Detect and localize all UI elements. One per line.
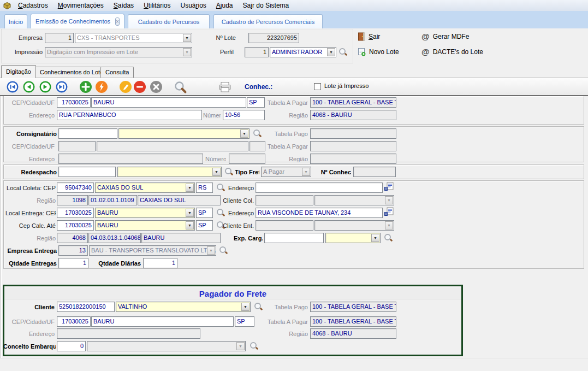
consignatario-tabela-a-pagar-label: Tabela A Pagar [262,142,308,151]
chevron-down-icon[interactable]: ▼ [207,246,215,255]
redespacho-combobox[interactable]: ▼ [117,167,222,177]
menu-item-movimentacoes[interactable]: Movimentações [53,0,109,11]
chevron-down-icon[interactable]: ▼ [327,48,335,56]
pagador-cliente-search-icon[interactable] [254,302,263,311]
remetente-cidade-field[interactable]: BAURU [91,97,246,108]
novo-lote-button[interactable]: Novo Lote [358,48,399,56]
entrega-uf-field[interactable]: SP [196,208,213,218]
empresa-combobox[interactable]: CXS - TRANSPORTES▼ [75,33,192,43]
calc-uf-field[interactable]: SP [196,220,213,231]
chevron-down-icon[interactable]: ▼ [385,221,393,229]
consignatario-combobox[interactable]: ▼ [118,128,250,139]
chevron-down-icon[interactable]: ▼ [183,34,191,42]
coleta-uf-field[interactable]: RS [196,182,213,193]
exp-carg-cod-field[interactable] [264,233,324,243]
last-record-button[interactable] [56,81,68,93]
perfil-combobox[interactable]: ADMINISTRADOR▼ [270,47,336,57]
first-record-button[interactable] [7,81,19,93]
pagador-cep-field[interactable]: 17030025 [57,316,91,327]
entrega-endereco-field[interactable]: RUA VISCONDE DE TAUNAY, 234 [256,208,383,218]
pagador-endereco-label: Endereço [5,329,55,339]
coleta-search-icon[interactable] [216,183,225,192]
conceito-embarque-cod-field[interactable]: 0 [57,341,86,351]
remetente-cep-field[interactable]: 17030025 [57,97,91,108]
gerar-mdfe-button[interactable]: @ Gerar MDFe [421,32,469,40]
coleta-cep-field[interactable]: 95047340 [57,182,94,193]
chevron-down-icon[interactable]: ▼ [186,184,194,192]
empresa-entrega-combobox[interactable]: BAU - TRANSPORTES TRANSLOVATO LTDA▼ [89,245,216,256]
remetente-numero-field[interactable]: 10-56 [223,110,265,120]
close-icon[interactable]: × [115,17,120,26]
empresa-code-field[interactable]: 1 [45,33,74,43]
address-form-icon[interactable] [384,207,395,217]
chevron-down-icon[interactable]: ▼ [183,48,191,56]
exp-carg-search-icon[interactable] [384,233,393,242]
menu-item-saidas[interactable]: Saídas [109,0,139,11]
cliente-col-combobox[interactable]: ▼ [314,195,394,205]
coleta-endereco-field[interactable] [256,182,383,193]
chevron-down-icon[interactable]: ▼ [371,234,379,242]
search-icon[interactable] [174,80,188,95]
tab-cadastro-de-percursos-comerciais[interactable]: Cadastro de Percursos Comerciais [213,14,323,28]
pagador-uf-field[interactable]: SP [235,316,254,327]
chevron-down-icon[interactable]: ▼ [385,196,393,204]
consignatario-codigo-field[interactable] [58,128,117,139]
tab-cadastro-de-percursos[interactable]: Cadastro de Percursos [128,14,210,28]
empresa-entrega-search-icon[interactable] [219,246,228,255]
redespacho-search-icon[interactable] [224,167,233,176]
consignatario-search-icon[interactable] [253,129,262,138]
tab-digitacao[interactable]: Digitação [1,65,36,78]
exp-carg-combobox[interactable]: ▼ [325,233,381,243]
lote-ja-impresso-checkbox[interactable] [314,83,321,90]
impressao-combobox[interactable]: Digitação com Impressão em Lote▼ [45,47,192,57]
entrega-search-icon[interactable] [216,208,225,217]
chevron-down-icon[interactable]: ▼ [302,168,310,176]
qtdade-diarias-field[interactable]: 1 [143,258,177,268]
perfil-search-icon[interactable] [338,48,347,56]
previous-record-button[interactable] [23,81,35,93]
chevron-down-icon[interactable]: ▼ [186,209,194,217]
chevron-down-icon[interactable]: ▼ [241,303,250,311]
entrega-cep-field[interactable]: 17030025 [57,208,94,218]
calc-cep-field[interactable]: 17030025 [57,220,94,231]
coleta-cidade-combobox[interactable]: CAXIAS DO SUL▼ [95,182,195,193]
menu-item-utilitarios[interactable]: Utilitários [139,0,175,11]
lightning-action-button[interactable] [96,81,108,93]
address-form-icon[interactable] [384,182,395,192]
dacte-do-lote-button[interactable]: @ DACTE's do Lote [421,48,483,56]
sair-button[interactable]: Sair [358,32,380,41]
pagador-cidade-field[interactable]: BAURU [91,316,234,327]
chevron-down-icon[interactable]: ▼ [240,129,248,138]
remetente-endereco-field[interactable]: RUA PERNAMBUCO [57,110,202,120]
perfil-code-field[interactable]: 1 [245,47,269,57]
tab-consulta[interactable]: Consulta [100,67,134,78]
tipo-frete-combobox[interactable]: A Pagar▼ [261,167,311,177]
pagador-cliente-combobox[interactable]: VALTINHO▼ [116,302,251,312]
chevron-down-icon[interactable]: ▼ [212,168,221,176]
pagador-tabela-pago-field: 100 - TABELA GERAL - BASE TI [310,302,396,312]
menu-item-usuarios[interactable]: Usuários [175,0,211,11]
redespacho-codigo-field[interactable] [58,167,116,177]
chevron-down-icon[interactable]: ▼ [186,221,194,229]
menu-item-cadastros[interactable]: Cadastros [13,0,53,11]
chevron-down-icon[interactable]: ▼ [236,342,245,350]
cancel-button[interactable] [150,81,162,93]
edit-record-button[interactable] [120,81,132,93]
calc-cidade-combobox[interactable]: BAURU▼ [95,220,195,231]
qtdade-entregas-field[interactable]: 1 [58,258,88,268]
tab-inicio[interactable]: Início [4,14,27,28]
tab-conhecimentos-do-lote[interactable]: Conhecimentos do Lote [35,67,108,78]
entrega-cidade-combobox[interactable]: BAURU▼ [95,208,195,218]
print-button[interactable] [217,81,233,93]
tab-emissao-de-conhecimentos[interactable]: Emissão de Conhecimentos × [31,14,124,28]
pagador-cliente-cod-field[interactable]: 52501822000150 [57,302,115,312]
cliente-ent-combobox[interactable]: ▼ [314,220,394,231]
menu-item-ajuda[interactable]: Ajuda [211,0,238,11]
next-record-button[interactable] [39,81,51,93]
menu-item-sair-do-sistema[interactable]: Sair do Sistema [238,0,294,11]
conceito-embarque-combobox[interactable]: ▼ [87,341,246,351]
delete-record-button[interactable] [134,81,146,93]
conceito-embarque-search-icon[interactable] [250,341,258,350]
add-record-button[interactable] [80,81,92,93]
tab-digitacao-label: Digitação [6,68,31,75]
